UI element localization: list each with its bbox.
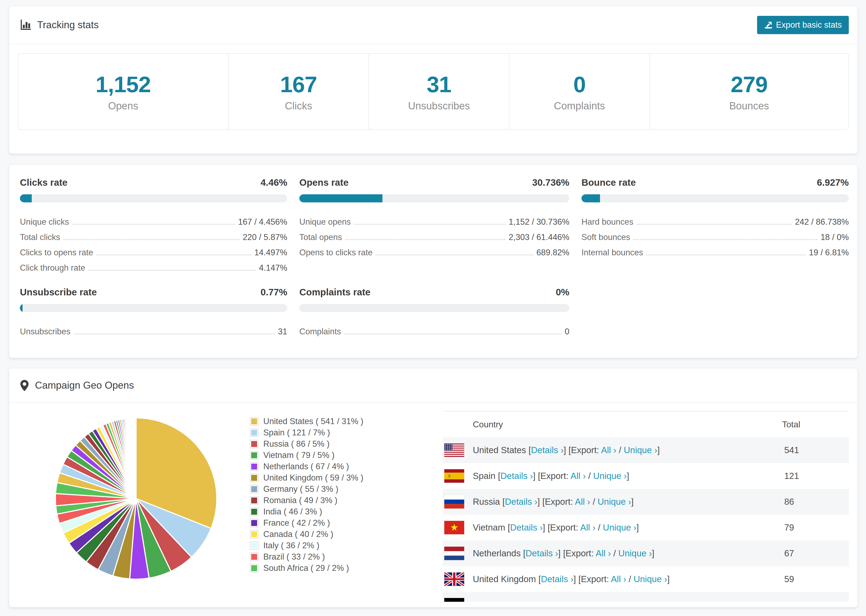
legend-item-south-africa[interactable]: South Africa ( 29 / 2% ) [250, 563, 363, 574]
stat-row-unique-clicks: Unique clicks167 / 4.456% [20, 212, 287, 227]
export-unique-link-vietnam[interactable]: Unique › [603, 522, 636, 533]
rate-block-complaints: Complaints rate0%Complaints0 [299, 287, 569, 336]
rate-progress-fill [20, 194, 32, 203]
rate-block-unsubscribe: Unsubscribe rate0.77%Unsubscribes31 [20, 287, 287, 336]
stat-value: 4.147% [259, 263, 287, 273]
summary-value-complaints: 0 [573, 71, 586, 97]
export-basic-stats-button[interactable]: Export basic stats [757, 16, 849, 34]
export-unique-link-russia[interactable]: Unique › [598, 497, 631, 507]
legend-item-india[interactable]: India ( 46 / 3% ) [250, 506, 363, 517]
stat-row-opens-to-clicks-rate: Opens to clicks rate689.82% [299, 242, 569, 258]
summary-value-unsubscribes: 31 [427, 71, 451, 97]
rate-title: Unsubscribe rate [20, 287, 97, 297]
legend-label: India ( 46 / 3% ) [263, 507, 322, 517]
legend-label: Vietnam ( 79 / 5% ) [263, 451, 335, 460]
legend-item-france[interactable]: France ( 42 / 2% ) [250, 517, 363, 529]
flag-icon-us [444, 443, 464, 457]
dotted-leader [63, 239, 239, 240]
export-all-link-vietnam[interactable]: All › [580, 522, 595, 533]
legend-item-romania[interactable]: Romania ( 49 / 3% ) [250, 495, 363, 506]
rate-rows: Unique clicks167 / 4.456%Total clicks220… [20, 212, 287, 273]
details-link-united-kingdom[interactable]: Details › [541, 574, 573, 584]
flag-icon-es [444, 469, 464, 483]
legend-item-united-kingdom[interactable]: United Kingdom ( 59 / 3% ) [250, 472, 363, 484]
legend-label: France ( 42 / 2% ) [263, 518, 330, 528]
legend-item-russia[interactable]: Russia ( 86 / 5% ) [250, 438, 363, 449]
legend-swatch [250, 417, 258, 426]
geo-opens-pie-chart [52, 415, 220, 582]
dotted-leader [96, 255, 251, 255]
export-all-link-netherlands[interactable]: All › [596, 548, 611, 558]
rates-grid: Clicks rate4.46%Unique clicks167 / 4.456… [9, 165, 857, 336]
stat-row-clicks-to-opens-rate: Clicks to opens rate14.497% [20, 242, 287, 258]
export-all-link-united-states[interactable]: All › [601, 445, 616, 455]
table-row-united-states: United States [Details ›] [Export: All ›… [443, 437, 849, 463]
legend-swatch [250, 473, 258, 482]
rate-progress-fill [299, 194, 383, 203]
legend-item-canada[interactable]: Canada ( 40 / 2% ) [250, 529, 363, 540]
rate-title: Bounce rate [581, 177, 636, 188]
summary-label-opens: Opens [108, 100, 138, 112]
legend-item-italy[interactable]: Italy ( 36 / 2% ) [250, 540, 363, 551]
stat-value: 2,303 / 61.446% [509, 233, 569, 242]
details-link-spain[interactable]: Details › [501, 471, 533, 481]
export-all-link-united-kingdom[interactable]: All › [611, 574, 627, 584]
legend-item-vietnam[interactable]: Vietnam ( 79 / 5% ) [250, 449, 363, 461]
export-unique-link-spain[interactable]: Unique › [593, 471, 627, 481]
rate-rows: Unique opens1,152 / 30.736%Total opens2,… [299, 212, 569, 258]
legend-swatch [250, 541, 258, 550]
export-unique-link-united-states[interactable]: Unique › [624, 445, 657, 455]
legend-item-germany[interactable]: Germany ( 55 / 3% ) [250, 484, 363, 495]
legend-item-spain[interactable]: Spain ( 121 / 7% ) [250, 427, 363, 438]
export-unique-link-netherlands[interactable]: Unique › [618, 548, 652, 558]
export-unique-link-united-kingdom[interactable]: Unique › [634, 574, 667, 584]
details-link-united-states[interactable]: Details › [531, 445, 564, 455]
summary-label-clicks: Clicks [285, 100, 312, 112]
total-cell: 86 [784, 497, 794, 507]
legend-swatch [250, 530, 258, 539]
rates-card: Clicks rate4.46%Unique clicks167 / 4.456… [9, 165, 858, 358]
export-all-link-spain[interactable]: All › [570, 471, 586, 481]
total-cell: 67 [784, 548, 794, 558]
stat-value: 242 / 86.738% [795, 217, 849, 227]
flag-icon-de [444, 598, 464, 602]
summary-value-opens: 1,152 [96, 71, 151, 97]
legend-item-united-states[interactable]: United States ( 541 / 31% ) [250, 416, 363, 427]
tracking-stats-title: Tracking stats [37, 19, 99, 31]
rate-block-header: Unsubscribe rate0.77% [20, 287, 287, 297]
legend-label: South Africa ( 29 / 2% ) [263, 563, 349, 573]
flag-icon-vn [444, 521, 464, 534]
details-link-russia[interactable]: Details › [505, 497, 537, 507]
tracking-stats-card: Tracking stats Export basic stats 1,152O… [9, 6, 858, 154]
rate-rows: Unsubscribes31 [20, 321, 287, 336]
legend-label: Brazil ( 33 / 2% ) [263, 552, 325, 562]
legend-label: United States ( 541 / 31% ) [263, 416, 363, 426]
summary-cell-clicks: 167Clicks [228, 54, 369, 129]
legend-swatch [250, 462, 258, 471]
total-cell: 121 [784, 471, 799, 481]
legend-label: United Kingdom ( 59 / 3% ) [263, 473, 363, 483]
rate-value: 6.927% [817, 177, 849, 188]
dotted-leader [345, 239, 505, 240]
rate-block-opens: Opens rate30.736%Unique opens1,152 / 30.… [299, 177, 569, 273]
legend-swatch [250, 428, 258, 437]
pie-slice-other-43[interactable] [136, 418, 136, 498]
details-link-netherlands[interactable]: Details › [526, 548, 558, 558]
summary-cell-bounces: 279Bounces [650, 54, 848, 129]
legend-item-netherlands[interactable]: Netherlands ( 67 / 4% ) [250, 461, 363, 472]
flag-icon-gb [444, 572, 464, 586]
legend-swatch [250, 440, 258, 448]
summary-value-clicks: 167 [280, 71, 317, 97]
stat-row-click-through-rate: Click through rate4.147% [20, 258, 287, 273]
map-pin-icon [19, 379, 30, 392]
table-row-spain: Spain [Details ›] [Export: All › / Uniqu… [443, 463, 849, 489]
legend-item-brazil[interactable]: Brazil ( 33 / 2% ) [250, 551, 363, 563]
export-all-link-russia[interactable]: All › [575, 497, 590, 507]
legend-label: Italy ( 36 / 2% ) [263, 541, 319, 550]
details-link-vietnam[interactable]: Details › [510, 522, 543, 533]
legend-swatch [250, 485, 258, 493]
table-row-partial [443, 592, 849, 602]
dotted-leader [344, 333, 562, 334]
geo-header: Campaign Geo Opens [9, 368, 857, 403]
stat-label: Unique clicks [20, 217, 69, 227]
